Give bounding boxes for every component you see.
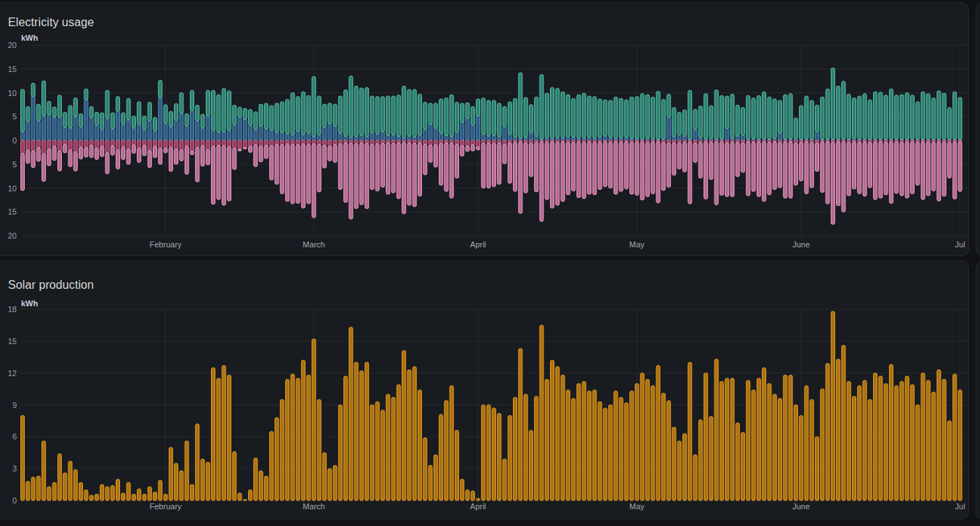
svg-text:3: 3 — [12, 464, 17, 473]
svg-text:Jul: Jul — [955, 502, 965, 511]
svg-text:0: 0 — [12, 496, 17, 505]
svg-text:Jul: Jul — [955, 240, 965, 249]
svg-text:May: May — [629, 502, 645, 511]
svg-text:10: 10 — [8, 89, 17, 97]
svg-text:10: 10 — [8, 184, 17, 193]
y-axis-unit-label: kWh — [21, 33, 39, 42]
svg-text:April: April — [470, 502, 486, 511]
x-axis-month-labels: FebruaryMarchAprilMayJuneJul — [150, 240, 965, 249]
svg-text:5: 5 — [12, 112, 17, 121]
svg-text:February: February — [150, 502, 183, 511]
y-axis-tick-labels: 1815129630 — [8, 305, 17, 505]
panel-electricity-usage: Electricity usage 201510505101520kWhFebr… — [0, 2, 969, 256]
svg-text:March: March — [303, 240, 325, 249]
svg-text:0: 0 — [12, 136, 17, 145]
svg-text:June: June — [792, 240, 810, 249]
svg-text:15: 15 — [8, 337, 17, 346]
svg-text:12: 12 — [8, 369, 17, 378]
svg-text:20: 20 — [8, 41, 17, 49]
svg-text:6: 6 — [12, 432, 17, 441]
svg-text:June: June — [792, 502, 810, 511]
svg-text:15: 15 — [8, 65, 17, 73]
electricity-usage-chart[interactable]: 201510505101520kWhFebruaryMarchAprilMayJ… — [1, 3, 971, 257]
series-solar-production[interactable] — [21, 311, 963, 501]
svg-text:9: 9 — [12, 401, 17, 410]
svg-text:15: 15 — [8, 207, 17, 216]
y-axis-unit-label: kWh — [21, 299, 39, 308]
svg-text:20: 20 — [8, 231, 17, 240]
svg-text:5: 5 — [12, 160, 17, 169]
svg-text:February: February — [150, 240, 183, 249]
solar-production-chart[interactable]: 1815129630kWhFebruaryMarchAprilMayJuneJu… — [1, 261, 971, 520]
svg-text:May: May — [629, 240, 645, 249]
adjacent-panel-edge-top — [976, 2, 980, 256]
svg-text:18: 18 — [8, 305, 17, 314]
adjacent-panel-edge-bottom — [976, 260, 980, 519]
svg-text:March: March — [303, 502, 325, 511]
x-axis-month-labels: FebruaryMarchAprilMayJuneJul — [150, 502, 965, 511]
panel-solar-production: Solar production 1815129630kWhFebruaryMa… — [0, 260, 969, 519]
svg-text:April: April — [470, 240, 486, 249]
y-axis-tick-labels: 201510505101520 — [8, 41, 17, 240]
